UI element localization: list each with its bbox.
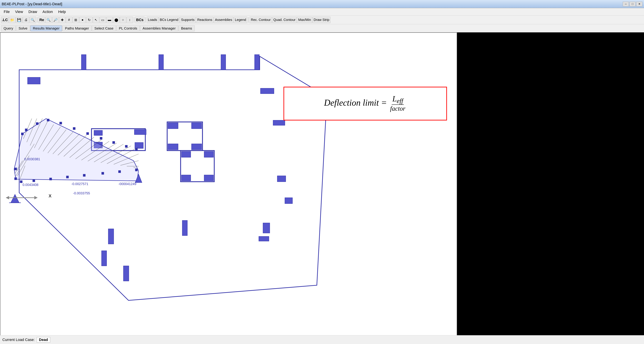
menu-help[interactable]: Help bbox=[56, 9, 68, 15]
svg-rect-24 bbox=[168, 144, 178, 150]
poly-select-button[interactable]: ▬ bbox=[106, 17, 113, 23]
svg-rect-6 bbox=[260, 88, 274, 94]
fill-button[interactable]: ⬤ bbox=[113, 17, 120, 23]
svg-rect-72 bbox=[33, 180, 35, 182]
drawing-svg: 0.0030381 0.0043408 -0.0027571 -00004124… bbox=[0, 33, 457, 336]
select-button[interactable]: ↖ bbox=[93, 17, 99, 23]
svg-rect-64 bbox=[86, 132, 89, 135]
pl-controls-button[interactable]: PL Controls bbox=[116, 25, 140, 31]
loads-button[interactable]: Loads bbox=[147, 17, 158, 23]
snap-button[interactable]: ⊞ bbox=[73, 17, 79, 23]
close-button[interactable]: ✕ bbox=[636, 2, 642, 7]
svg-rect-1 bbox=[82, 55, 86, 70]
svg-rect-66 bbox=[112, 141, 115, 144]
svg-marker-85 bbox=[6, 196, 9, 199]
restore-button[interactable]: □ bbox=[630, 2, 636, 7]
circle2-button[interactable]: ○ bbox=[120, 17, 126, 23]
svg-marker-83 bbox=[34, 196, 38, 199]
find-button[interactable]: 🔍 bbox=[30, 17, 36, 23]
svg-text:-0.0027571: -0.0027571 bbox=[71, 182, 88, 186]
svg-rect-74 bbox=[66, 176, 68, 178]
bcs-legend-button[interactable]: BCs Legend bbox=[158, 17, 180, 23]
svg-rect-30 bbox=[204, 175, 213, 181]
re-label[interactable]: Re bbox=[38, 17, 45, 23]
solve-button[interactable]: Solve bbox=[16, 25, 30, 31]
svg-rect-2 bbox=[159, 55, 164, 70]
svg-rect-25 bbox=[192, 144, 202, 150]
formula-fraction: Leff factor bbox=[390, 95, 406, 113]
save-button[interactable]: 💾 bbox=[16, 17, 22, 23]
svg-rect-22 bbox=[168, 123, 178, 129]
svg-rect-9 bbox=[285, 198, 292, 204]
assemblies-button[interactable]: Assemblies bbox=[214, 17, 233, 23]
menu-view[interactable]: View bbox=[13, 9, 25, 15]
svg-rect-65 bbox=[100, 137, 102, 140]
select-case-button[interactable]: Select Case bbox=[92, 25, 116, 31]
pan-button[interactable]: ✚ bbox=[59, 17, 66, 23]
svg-rect-63 bbox=[73, 127, 75, 130]
supports-button[interactable]: Supports bbox=[180, 17, 196, 23]
separator1 bbox=[37, 17, 38, 23]
zoom-out-button[interactable]: 🔎 bbox=[52, 17, 59, 23]
max-min-button[interactable]: Max/Min bbox=[297, 17, 312, 23]
svg-rect-73 bbox=[50, 178, 52, 180]
svg-text:-000041249: -000041249 bbox=[118, 182, 136, 186]
draw-strip-button[interactable]: Draw Strip bbox=[312, 17, 330, 23]
svg-rect-18 bbox=[134, 130, 146, 135]
bcs-label[interactable]: BCs bbox=[135, 17, 144, 23]
svg-rect-20 bbox=[135, 143, 143, 148]
query-button[interactable]: Query bbox=[1, 25, 16, 31]
svg-rect-27 bbox=[182, 151, 191, 157]
open-file-button[interactable]: 📁 bbox=[9, 17, 16, 23]
title-bar: BE4E-PLPost - [yy.Dead-title1-Dead] ─ □ … bbox=[0, 0, 644, 8]
formula-numerator: Leff bbox=[392, 95, 404, 105]
svg-rect-71 bbox=[20, 181, 22, 183]
right-panel bbox=[458, 32, 644, 335]
legend-button[interactable]: Legend bbox=[234, 17, 247, 23]
separator3 bbox=[146, 17, 146, 23]
arrow-button[interactable]: ↕ bbox=[126, 17, 133, 23]
svg-rect-7 bbox=[273, 120, 285, 125]
svg-rect-62 bbox=[60, 122, 62, 124]
rotate-button[interactable]: ↻ bbox=[86, 17, 92, 23]
svg-rect-14 bbox=[102, 251, 107, 266]
menu-draw[interactable]: Draw bbox=[26, 9, 40, 15]
toolbar2: Query Solve Results Manager Paths Manage… bbox=[0, 24, 644, 32]
grid-button[interactable]: # bbox=[66, 17, 72, 23]
results-manager-button[interactable]: Results Manager bbox=[30, 25, 62, 31]
rec-contour-button[interactable]: Rec. Contour bbox=[250, 17, 272, 23]
separator2 bbox=[134, 17, 134, 23]
print-button[interactable]: 🖨 bbox=[23, 17, 29, 23]
draw-circle-button[interactable]: ● bbox=[80, 17, 86, 23]
svg-rect-77 bbox=[118, 170, 121, 173]
svg-rect-29 bbox=[182, 175, 191, 181]
svg-rect-8 bbox=[277, 176, 286, 182]
menu-file[interactable]: File bbox=[1, 9, 12, 15]
svg-rect-23 bbox=[192, 123, 202, 129]
svg-rect-28 bbox=[204, 151, 213, 157]
title-bar-text: BE4E-PLPost - [yy.Dead-title1-Dead] bbox=[2, 2, 623, 6]
rect-select-button[interactable]: ▭ bbox=[100, 17, 106, 23]
svg-rect-58 bbox=[21, 133, 24, 135]
zoom-in-button[interactable]: 🔍 bbox=[45, 17, 52, 23]
toolbar1: .LC 📁 💾 🖨 🔍 Re 🔍 🔎 ✚ # ⊞ ● ↻ ↖ ▭ ▬ ⬤ ○ ↕… bbox=[0, 16, 644, 24]
lc-label[interactable]: .LC bbox=[1, 17, 8, 23]
status-bar: Current Load Case: Dead bbox=[0, 335, 644, 344]
minimize-button[interactable]: ─ bbox=[623, 2, 629, 7]
assemblies-manager-button[interactable]: Assemblies Manager bbox=[140, 25, 178, 31]
menu-action[interactable]: Action bbox=[40, 9, 55, 15]
title-controls: ─ □ ✕ bbox=[623, 2, 642, 7]
svg-rect-67 bbox=[125, 145, 128, 148]
formula-text: Deflection limit = Leff factor bbox=[324, 95, 406, 113]
canvas-area[interactable]: 0.0030381 0.0043408 -0.0027571 -00004124… bbox=[0, 32, 457, 336]
formula-prefix: Deflection limit = bbox=[324, 98, 389, 108]
beams-button[interactable]: Beams bbox=[178, 25, 194, 31]
svg-rect-61 bbox=[47, 119, 49, 121]
svg-rect-12 bbox=[108, 229, 114, 244]
load-case-label: Current Load Case: bbox=[2, 337, 35, 342]
paths-manager-button[interactable]: Paths Manager bbox=[62, 25, 91, 31]
svg-rect-11 bbox=[259, 236, 269, 241]
quad-contour-button[interactable]: Quad. Contour bbox=[272, 17, 297, 23]
svg-rect-3 bbox=[221, 55, 226, 70]
reactions-button[interactable]: Reactions bbox=[196, 17, 213, 23]
